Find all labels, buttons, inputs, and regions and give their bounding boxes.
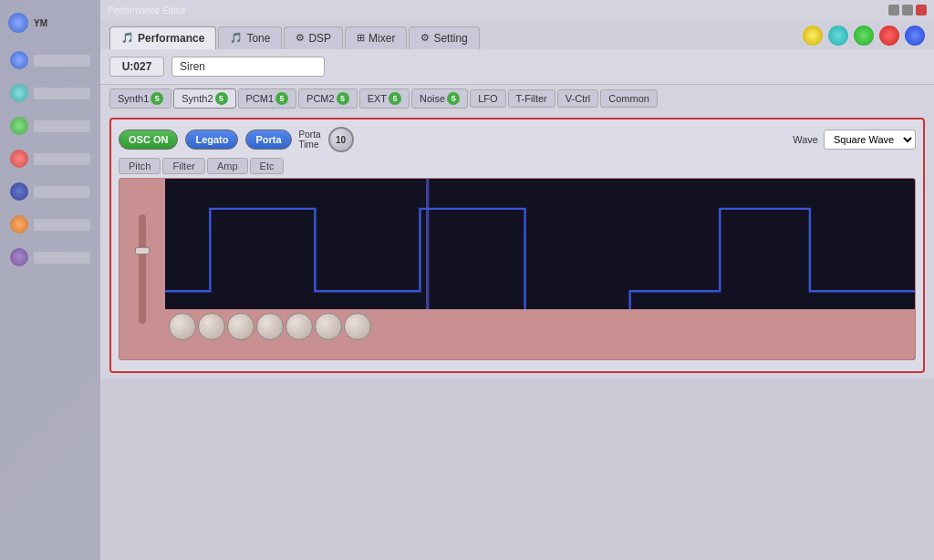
- tab-dsp[interactable]: ⚙ DSP: [284, 26, 343, 49]
- knob-group-4: [256, 313, 284, 340]
- noise-badge: 5: [447, 92, 460, 105]
- main-tab-bar: 🎵 Performance 🎵 Tone ⚙ DSP ⊞ Mixer ⚙ Set…: [100, 20, 934, 49]
- synth1-label: Synth1: [118, 93, 149, 104]
- sidebar-item-4[interactable]: [5, 146, 96, 171]
- lfo-label: LFO: [478, 93, 497, 104]
- osc-panel: OSC ON Legato Porta PortaTime 10 Wave Sq…: [109, 118, 925, 373]
- sidebar-item-6[interactable]: [5, 212, 96, 237]
- synth-tab-synth2[interactable]: Synth2 5: [173, 88, 235, 109]
- tab-performance[interactable]: 🎵 Performance: [109, 26, 216, 49]
- indicator-blue: [905, 26, 925, 46]
- sub-tab-etc[interactable]: Etc: [250, 158, 285, 174]
- sidebar-item-2[interactable]: [5, 80, 96, 106]
- sub-tab-filter[interactable]: Filter: [162, 158, 204, 174]
- porta-time-knob[interactable]: 10: [328, 127, 354, 152]
- performance-tab-label: Performance: [138, 32, 204, 45]
- dsp-tab-icon: ⚙: [296, 32, 305, 44]
- pcm1-label: PCM1: [246, 93, 275, 104]
- sidebar-dot-6: [10, 215, 28, 233]
- setting-tab-icon: ⚙: [420, 32, 430, 44]
- sidebar-label-2: [34, 88, 90, 99]
- viz-knob-5[interactable]: [285, 313, 313, 340]
- viz-knob-4[interactable]: [256, 313, 284, 340]
- sub-tab-pitch[interactable]: Pitch: [119, 158, 161, 174]
- sidebar-dot-3: [10, 117, 28, 135]
- osc-on-button[interactable]: OSC ON: [119, 130, 178, 150]
- viz-slider-thumb[interactable]: [135, 247, 150, 254]
- title-bar: Performance Editor: [100, 0, 934, 20]
- synth-tab-lfo[interactable]: LFO: [470, 89, 505, 108]
- sidebar-item-3[interactable]: [5, 113, 96, 139]
- sidebar-label-3: [34, 120, 90, 132]
- viz-knob-6[interactable]: [315, 313, 342, 340]
- osc-controls-row: OSC ON Legato Porta PortaTime 10 Wave Sq…: [119, 127, 916, 152]
- viz-left-panel: [119, 179, 165, 359]
- sidebar-label-5: [34, 186, 90, 198]
- synth-tab-ext[interactable]: EXT 5: [359, 88, 410, 109]
- sub-tab-bar: Pitch Filter Amp Etc: [119, 158, 916, 174]
- porta-time-group: PortaTime: [299, 130, 321, 150]
- wave-section: Wave Square Wave Sine Wave Sawtooth Tria…: [793, 130, 916, 150]
- synth-tab-common[interactable]: Common: [600, 89, 658, 108]
- synth-tab-pcm2[interactable]: PCM2 5: [298, 88, 358, 109]
- sub-tab-amp[interactable]: Amp: [207, 158, 248, 174]
- porta-button[interactable]: Porta: [245, 130, 291, 150]
- synth-tab-synth1[interactable]: Synth1 5: [109, 88, 171, 109]
- sidebar: YM: [0, 0, 100, 560]
- preset-name-input[interactable]: [171, 57, 325, 77]
- tab-mixer[interactable]: ⊞ Mixer: [345, 26, 407, 49]
- legato-button[interactable]: Legato: [185, 130, 238, 150]
- sidebar-item-7[interactable]: [5, 244, 96, 270]
- synth-tab-tfilter[interactable]: T-Filter: [508, 89, 555, 108]
- visualization-area: [119, 178, 916, 360]
- tfilter-label: T-Filter: [516, 93, 547, 104]
- minimize-button[interactable]: [888, 5, 899, 16]
- indicator-green: [854, 26, 874, 46]
- indicator-cyan: [828, 26, 848, 46]
- logo-text: YM: [34, 18, 47, 28]
- maximize-button[interactable]: [902, 5, 913, 16]
- close-button[interactable]: [916, 5, 927, 16]
- viz-knob-1[interactable]: [169, 313, 196, 340]
- indicator-red: [879, 26, 899, 46]
- tab-tone[interactable]: 🎵 Tone: [218, 26, 282, 49]
- sidebar-label-7: [34, 252, 90, 264]
- sidebar-dot-2: [10, 84, 28, 102]
- viz-knob-7[interactable]: [344, 313, 371, 340]
- sidebar-label-1: [34, 55, 90, 67]
- bottom-area: [100, 379, 934, 560]
- viz-bottom-panel: [165, 309, 915, 359]
- sidebar-logo: YM: [5, 9, 96, 36]
- mixer-tab-icon: ⊞: [357, 32, 365, 44]
- sidebar-dot-4: [10, 150, 28, 168]
- sidebar-dot-7: [10, 248, 28, 266]
- common-label: Common: [608, 93, 649, 104]
- amp-label: Amp: [217, 161, 238, 171]
- dsp-tab-label: DSP: [308, 32, 331, 45]
- knob-group-2: [198, 313, 225, 340]
- pitch-label: Pitch: [129, 161, 150, 171]
- preset-number: U:027: [109, 57, 164, 77]
- knob-group-7: [344, 313, 371, 340]
- wave-select[interactable]: Square Wave Sine Wave Sawtooth Triangle …: [824, 130, 916, 150]
- sidebar-item-5[interactable]: [5, 179, 96, 204]
- synth-tab-noise[interactable]: Noise 5: [411, 88, 468, 109]
- tone-tab-icon: 🎵: [230, 32, 243, 44]
- viz-knob-3[interactable]: [227, 313, 254, 340]
- tone-tab-label: Tone: [246, 32, 270, 45]
- viz-knob-2[interactable]: [198, 313, 225, 340]
- sidebar-label-4: [34, 153, 90, 165]
- tab-setting[interactable]: ⚙ Setting: [409, 26, 479, 49]
- vctrl-label: V-Ctrl: [566, 93, 591, 104]
- window-title: Performance Editor: [108, 5, 885, 16]
- synth-tab-pcm1[interactable]: PCM1 5: [238, 88, 297, 109]
- wave-label: Wave: [793, 134, 818, 145]
- synth-tab-vctrl[interactable]: V-Ctrl: [557, 89, 599, 108]
- header-row: U:027: [100, 49, 934, 85]
- main-content: Performance Editor 🎵 Performance 🎵 Tone …: [100, 0, 934, 560]
- synth2-badge: 5: [215, 92, 228, 105]
- logo-icon: [8, 13, 28, 33]
- ext-badge: 5: [389, 92, 401, 105]
- etc-label: Etc: [260, 161, 275, 171]
- sidebar-item-1[interactable]: [5, 47, 96, 73]
